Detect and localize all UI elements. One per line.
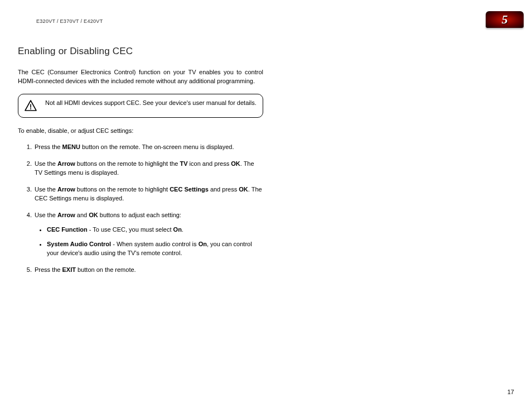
text-bold: OK <box>89 212 98 218</box>
chapter-number: 5 <box>502 11 508 28</box>
text-bold: MENU <box>62 143 80 150</box>
text: button on the remote. <box>76 266 136 273</box>
text-bold: CEC Settings <box>170 186 209 193</box>
steps-list: Press the MENU button on the remote. The… <box>18 143 263 274</box>
chapter-tab: 5 <box>486 11 524 28</box>
text: button on the remote. The on-screen menu… <box>80 143 234 150</box>
text: buttons on the remote to highlight <box>75 186 170 193</box>
text-bold: EXIT <box>62 266 76 273</box>
header-model-label: E320VT / E370VT / E420VT <box>36 18 103 25</box>
text-bold: OK <box>239 186 248 193</box>
text: buttons to adjust each setting: <box>98 212 181 218</box>
text: Use the <box>35 212 57 218</box>
caution-note: Not all HDMI devices support CEC. See yo… <box>18 94 263 118</box>
note-text: Not all HDMI devices support CEC. See yo… <box>45 99 257 107</box>
step-1: Press the MENU button on the remote. The… <box>33 143 263 152</box>
text: icon and press <box>188 160 231 167</box>
text-bold: Arrow <box>57 186 75 193</box>
text-bold: System Audio Control <box>47 241 111 247</box>
text-bold: Arrow <box>57 212 75 218</box>
text: . <box>182 226 183 233</box>
lead-in-text: To enable, disable, or adjust CEC settin… <box>18 127 263 135</box>
text: and press <box>209 186 239 193</box>
page-number: 17 <box>507 388 514 396</box>
text: buttons on the remote to highlight the <box>75 160 180 167</box>
text: Press the <box>35 143 62 150</box>
page-content: Enabling or Disabling CEC The CEC (Consu… <box>18 45 263 282</box>
intro-paragraph: The CEC (Consumer Electronics Control) f… <box>18 68 263 86</box>
bullet-cec-function: CEC Function - To use CEC, you must sele… <box>47 226 263 234</box>
text: Press the <box>35 266 62 273</box>
text: - To use CEC, you must select <box>88 226 173 233</box>
warning-icon <box>24 99 37 113</box>
text-bold: On <box>173 226 182 233</box>
step-5: Press the EXIT button on the remote. <box>33 266 263 275</box>
step-4: Use the Arrow and OK buttons to adjust e… <box>33 211 263 258</box>
text: Use the <box>35 186 57 193</box>
text: and <box>75 212 89 218</box>
text: - When system audio control is <box>111 241 199 247</box>
text-bold: CEC Function <box>47 226 88 233</box>
text: Use the <box>35 160 57 167</box>
text-bold: TV <box>180 160 188 167</box>
section-title: Enabling or Disabling CEC <box>18 45 263 58</box>
bullet-system-audio: System Audio Control - When system audio… <box>47 240 263 258</box>
step-2: Use the Arrow buttons on the remote to h… <box>33 160 263 178</box>
text-bold: Arrow <box>57 160 75 167</box>
text-bold: OK <box>231 160 240 167</box>
step-3: Use the Arrow buttons on the remote to h… <box>33 185 263 203</box>
text-bold: On <box>199 241 207 247</box>
svg-point-1 <box>30 108 31 109</box>
step-4-bullets: CEC Function - To use CEC, you must sele… <box>35 226 263 258</box>
